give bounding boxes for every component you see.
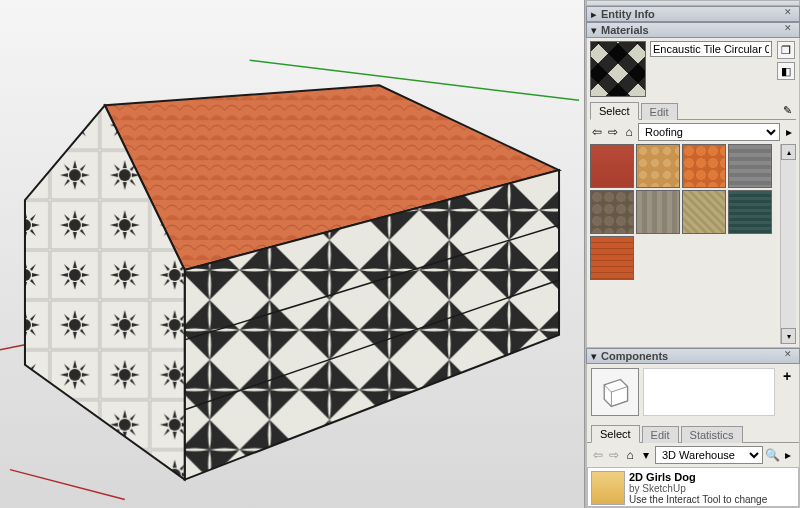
tab-select[interactable]: Select <box>591 425 640 443</box>
component-thumbnail[interactable] <box>591 368 639 416</box>
add-component-button[interactable]: + <box>779 368 795 416</box>
scene-svg <box>0 0 584 508</box>
expand-icon: ▾ <box>591 350 601 363</box>
material-swatch[interactable] <box>682 190 726 234</box>
svg-marker-8 <box>604 379 627 406</box>
entity-info-header[interactable]: ▸ Entity Info ✕ <box>586 6 800 22</box>
nav-forward-button[interactable]: ⇨ <box>606 125 620 139</box>
collapse-icon: ▸ <box>591 8 601 21</box>
item-author: by SketchUp <box>629 483 767 494</box>
components-tabs: Select Edit Statistics <box>587 424 799 443</box>
scroll-up-button[interactable]: ▴ <box>781 144 796 160</box>
material-swatch[interactable] <box>636 190 680 234</box>
component-info <box>643 368 775 416</box>
material-swatch[interactable] <box>728 190 772 234</box>
tab-select[interactable]: Select <box>590 102 639 120</box>
default-material-button[interactable]: ◧ <box>777 62 795 80</box>
panel-header-partial <box>586 0 800 6</box>
expand-icon: ▾ <box>591 24 601 37</box>
nav-forward-button[interactable]: ⇨ <box>607 448 621 462</box>
dropdown-icon[interactable]: ▾ <box>639 448 653 462</box>
search-button[interactable]: 🔍 <box>765 448 779 462</box>
tab-edit[interactable]: Edit <box>642 426 679 443</box>
home-button[interactable]: ⌂ <box>622 125 636 139</box>
material-swatch[interactable] <box>682 144 726 188</box>
svg-line-0 <box>0 345 25 350</box>
item-description: Use the Interact Tool to change <box>629 494 767 505</box>
components-nav-row: ⇦ ⇨ ⌂ ▾ 3D Warehouse 🔍 ▸ <box>587 443 799 467</box>
viewport-3d[interactable] <box>0 0 585 508</box>
tab-statistics[interactable]: Statistics <box>681 426 743 443</box>
components-title: Components <box>601 350 781 362</box>
scroll-down-button[interactable]: ▾ <box>781 328 796 344</box>
library-menu-button[interactable]: ▸ <box>781 448 795 462</box>
item-name: 2D Girls Dog <box>629 471 767 483</box>
components-header[interactable]: ▾ Components ✕ <box>586 348 800 364</box>
material-name-input[interactable] <box>650 41 772 57</box>
scroll-track[interactable] <box>781 160 796 328</box>
material-swatch[interactable] <box>590 144 634 188</box>
material-swatch[interactable] <box>590 190 634 234</box>
materials-body: ❐ ◧ Select Edit ✎ ⇦ ⇨ ⌂ Roofing ▸ <box>586 38 800 348</box>
axis-red <box>10 470 125 500</box>
sidebar: ▸ Entity Info ✕ ▾ Materials ✕ ❐ ◧ Sele <box>585 0 800 508</box>
library-menu-button[interactable]: ▸ <box>782 125 796 139</box>
material-swatch[interactable] <box>636 144 680 188</box>
materials-tabs: Select Edit ✎ <box>590 101 796 120</box>
components-body: + Select Edit Statistics ⇦ ⇨ ⌂ ▾ 3D Ware… <box>586 364 800 508</box>
tab-edit[interactable]: Edit <box>641 103 678 120</box>
list-item[interactable]: 2D Girls Dog by SketchUp Use the Interac… <box>591 471 767 503</box>
create-material-button[interactable]: ❐ <box>777 41 795 59</box>
component-library-select[interactable]: 3D Warehouse <box>655 446 763 464</box>
material-swatch-grid <box>590 144 780 344</box>
scrollbar[interactable]: ▴ ▾ <box>780 144 796 344</box>
nav-back-button[interactable]: ⇦ <box>591 448 605 462</box>
material-swatch[interactable] <box>590 236 634 280</box>
app-root: ▸ Entity Info ✕ ▾ Materials ✕ ❐ ◧ Sele <box>0 0 800 508</box>
close-icon[interactable]: ✕ <box>781 7 795 21</box>
entity-info-title: Entity Info <box>601 8 781 20</box>
materials-nav-row: ⇦ ⇨ ⌂ Roofing ▸ <box>590 120 796 144</box>
component-results: 2D Girls Dog by SketchUp Use the Interac… <box>587 467 799 507</box>
material-swatch[interactable] <box>728 144 772 188</box>
home-button[interactable]: ⌂ <box>623 448 637 462</box>
close-icon[interactable]: ✕ <box>781 23 795 37</box>
item-thumbnail <box>591 471 625 505</box>
materials-header[interactable]: ▾ Materials ✕ <box>586 22 800 38</box>
nav-back-button[interactable]: ⇦ <box>590 125 604 139</box>
eyedropper-button[interactable]: ✎ <box>778 101 796 119</box>
material-library-select[interactable]: Roofing <box>638 123 780 141</box>
close-icon[interactable]: ✕ <box>781 349 795 363</box>
materials-title: Materials <box>601 24 781 36</box>
current-material-swatch[interactable] <box>590 41 646 97</box>
